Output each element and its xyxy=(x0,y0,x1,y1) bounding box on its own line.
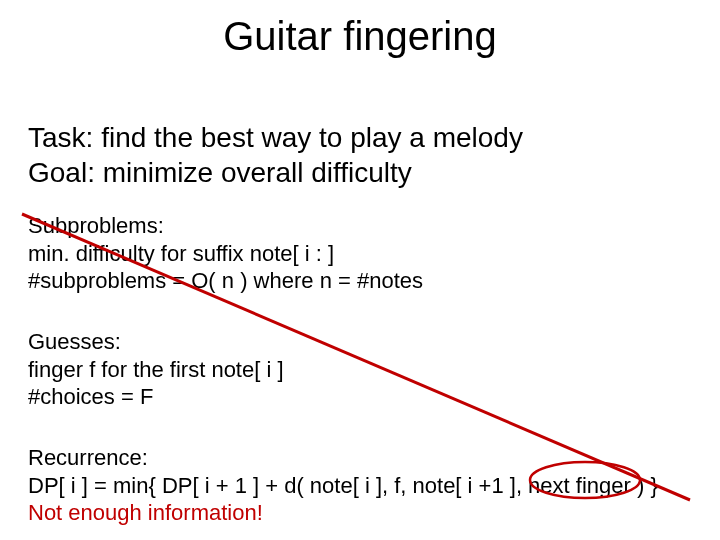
slide-title: Guitar fingering xyxy=(0,14,720,59)
recurrence-heading: Recurrence: xyxy=(28,444,658,472)
recurrence-line1: DP[ i ] = min{ DP[ i + 1 ] + d( note[ i … xyxy=(28,472,658,500)
intro-block: Task: find the best way to play a melody… xyxy=(28,120,523,190)
subproblems-line1: min. difficulty for suffix note[ i : ] xyxy=(28,240,423,268)
slide: Guitar fingering Task: find the best way… xyxy=(0,0,720,540)
guesses-block: Guesses: finger f for the first note[ i … xyxy=(28,328,284,411)
guesses-line2: #choices = F xyxy=(28,383,284,411)
recurrence-block: Recurrence: DP[ i ] = min{ DP[ i + 1 ] +… xyxy=(28,444,658,527)
subproblems-line2: #subproblems = O( n ) where n = #notes xyxy=(28,267,423,295)
recurrence-error: Not enough information! xyxy=(28,499,658,527)
subproblems-block: Subproblems: min. difficulty for suffix … xyxy=(28,212,423,295)
subproblems-heading: Subproblems: xyxy=(28,212,423,240)
guesses-line1: finger f for the first note[ i ] xyxy=(28,356,284,384)
guesses-heading: Guesses: xyxy=(28,328,284,356)
task-line: Task: find the best way to play a melody xyxy=(28,120,523,155)
goal-line: Goal: minimize overall difficulty xyxy=(28,155,523,190)
